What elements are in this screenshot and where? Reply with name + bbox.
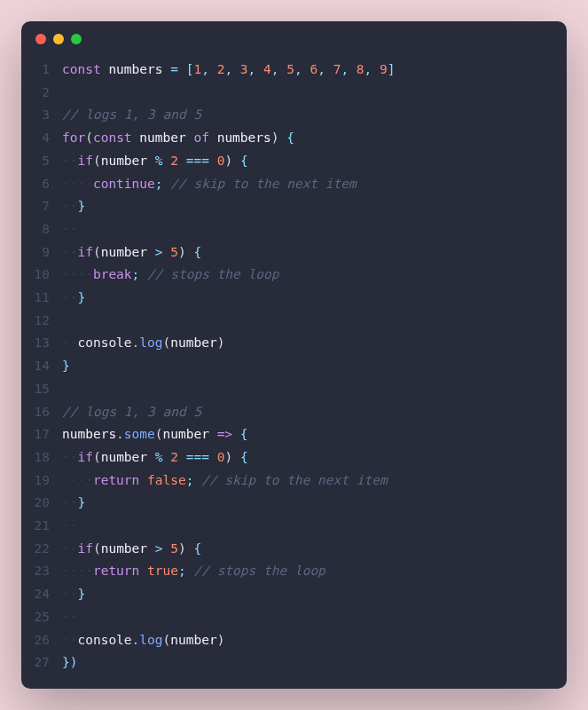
- line-number: 23: [30, 560, 50, 583]
- line-number: 22: [30, 538, 50, 561]
- code-line: // logs 1, 3 and 5: [62, 401, 396, 424]
- code-line: ··console.log(number): [62, 332, 396, 355]
- code-line: ··: [62, 218, 396, 241]
- line-number: 24: [30, 583, 50, 606]
- line-number: 25: [30, 606, 50, 629]
- line-number-gutter: 1234567891011121314151617181920212223242…: [21, 59, 62, 674]
- line-number: 4: [30, 127, 50, 150]
- line-number: 5: [30, 150, 50, 173]
- code-line: [62, 310, 396, 333]
- minimize-icon[interactable]: [53, 34, 64, 44]
- close-icon[interactable]: [35, 34, 46, 44]
- line-number: 12: [30, 310, 50, 333]
- line-number: 19: [30, 469, 50, 493]
- code-line: ····return false; // skip to the next it…: [62, 469, 396, 493]
- line-number: 20: [30, 492, 50, 515]
- code-line: const numbers = [1, 2, 3, 4, 5, 6, 7, 8,…: [62, 59, 396, 82]
- code-line: ··if(number > 5) {: [62, 538, 396, 561]
- code-content[interactable]: const numbers = [1, 2, 3, 4, 5, 6, 7, 8,…: [62, 59, 396, 674]
- code-line: ··if(number > 5) {: [62, 241, 396, 264]
- line-number: 3: [30, 104, 50, 127]
- code-line: numbers.some(number => {: [62, 423, 396, 446]
- line-number: 21: [30, 515, 50, 538]
- line-number: 9: [30, 241, 50, 264]
- code-line: ··}: [62, 287, 396, 310]
- code-line: [62, 378, 396, 401]
- code-line: ····return true; // stops the loop: [62, 560, 396, 583]
- code-line: ··if(number % 2 === 0) {: [62, 150, 396, 173]
- line-number: 2: [30, 82, 50, 105]
- code-line: for(const number of numbers) {: [62, 127, 396, 150]
- code-area[interactable]: 1234567891011121314151617181920212223242…: [21, 51, 567, 689]
- editor-window: 1234567891011121314151617181920212223242…: [21, 21, 567, 689]
- line-number: 16: [30, 401, 50, 424]
- code-line: ··}: [62, 583, 396, 606]
- code-line: ··: [62, 606, 396, 629]
- code-line: ··: [62, 515, 396, 538]
- code-line: [62, 82, 396, 105]
- line-number: 10: [30, 264, 50, 287]
- code-line: }): [62, 651, 396, 674]
- code-line: ····break; // stops the loop: [62, 264, 396, 287]
- code-line: ··}: [62, 492, 396, 515]
- line-number: 15: [30, 378, 50, 401]
- line-number: 26: [30, 629, 50, 652]
- line-number: 8: [30, 218, 50, 241]
- maximize-icon[interactable]: [71, 34, 82, 44]
- titlebar: [21, 21, 567, 51]
- code-line: ····continue; // skip to the next item: [62, 173, 396, 196]
- code-line: ··if(number % 2 === 0) {: [62, 446, 396, 469]
- line-number: 17: [30, 423, 50, 446]
- line-number: 13: [30, 332, 50, 355]
- line-number: 1: [30, 59, 50, 82]
- line-number: 7: [30, 195, 50, 218]
- line-number: 18: [30, 446, 50, 469]
- code-line: ··}: [62, 195, 396, 218]
- line-number: 6: [30, 173, 50, 196]
- code-line: }: [62, 355, 396, 378]
- code-line: // logs 1, 3 and 5: [62, 104, 396, 127]
- line-number: 11: [30, 287, 50, 310]
- code-line: ··console.log(number): [62, 629, 396, 652]
- line-number: 14: [30, 355, 50, 378]
- line-number: 27: [30, 651, 50, 674]
